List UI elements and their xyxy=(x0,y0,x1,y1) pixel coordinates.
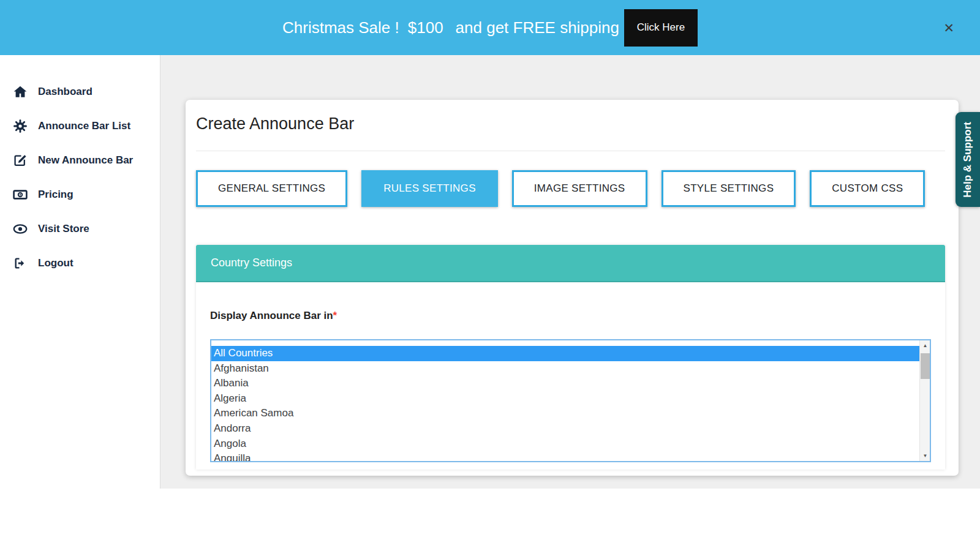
promo-text-2: and get FREE shipping xyxy=(456,18,619,37)
tab-style-settings[interactable]: STYLE SETTINGS xyxy=(662,170,796,207)
home-icon xyxy=(12,84,28,99)
listbox-option[interactable]: Angola xyxy=(211,437,919,452)
scrollbar-up-icon[interactable]: ▲ xyxy=(920,340,930,351)
sidebar-item-label: Visit Store xyxy=(38,223,89,235)
sidebar-item-pricing[interactable]: Pricing xyxy=(0,178,160,212)
tab-general-settings[interactable]: GENERAL SETTINGS xyxy=(196,170,347,207)
tab-custom-css[interactable]: CUSTOM CSS xyxy=(810,170,925,207)
field-label-text: Display Announce Bar in xyxy=(210,310,333,321)
listbox-option[interactable]: Afghanistan xyxy=(211,361,919,377)
edit-icon xyxy=(12,153,28,168)
promo-amount: $100 xyxy=(408,18,443,37)
country-settings-panel: Country Settings Display Announce Bar in… xyxy=(196,245,945,470)
sidebar-item-visit-store[interactable]: Visit Store xyxy=(0,212,160,246)
listbox-option[interactable]: American Samoa xyxy=(211,406,919,421)
country-settings-header: Country Settings xyxy=(196,245,945,282)
create-announce-bar-card: Create Announce Bar GENERAL SETTINGS RUL… xyxy=(186,100,959,476)
help-and-support-label: Help & Support xyxy=(962,122,974,198)
sidebar-item-label: Logout xyxy=(38,257,74,269)
sidebar-item-label: Announce Bar List xyxy=(38,120,130,132)
scrollbar-thumb[interactable] xyxy=(921,353,930,379)
page-title: Create Announce Bar xyxy=(196,114,945,133)
sidebar: Dashboard Announce Bar List xyxy=(0,55,160,489)
sidebar-item-announce-bar-list[interactable]: Announce Bar List xyxy=(0,109,160,143)
promo-text-1: Christmas Sale ! xyxy=(282,18,399,37)
listbox-scrollbar[interactable]: ▲ ▼ xyxy=(919,340,930,461)
click-here-button[interactable]: Click Here xyxy=(624,9,698,47)
tab-image-settings[interactable]: IMAGE SETTINGS xyxy=(512,170,647,207)
sidebar-item-label: New Announce Bar xyxy=(38,154,133,167)
tab-rules-settings[interactable]: RULES SETTINGS xyxy=(361,170,498,207)
sidebar-item-dashboard[interactable]: Dashboard xyxy=(0,75,160,109)
listbox-option[interactable]: Albania xyxy=(211,376,919,391)
sidebar-item-label: Pricing xyxy=(38,189,74,201)
title-divider xyxy=(196,151,945,151)
sidebar-item-logout[interactable]: Logout xyxy=(0,246,160,280)
required-asterisk: * xyxy=(333,310,337,321)
settings-tabs: GENERAL SETTINGS RULES SETTINGS IMAGE SE… xyxy=(196,170,945,207)
scrollbar-down-icon[interactable]: ▼ xyxy=(920,451,930,461)
country-multiselect-listbox[interactable]: All Countries Afghanistan Albania Algeri… xyxy=(210,339,931,462)
banner-close-icon[interactable]: ✕ xyxy=(943,21,954,34)
listbox-option[interactable]: Algeria xyxy=(211,391,919,407)
sidebar-item-new-announce-bar[interactable]: New Announce Bar xyxy=(0,143,160,178)
promo-message: Christmas Sale ! $100 and get FREE shipp… xyxy=(282,18,624,37)
help-and-support-tab[interactable]: Help & Support xyxy=(956,112,980,207)
gear-icon xyxy=(12,119,28,133)
promo-banner: Christmas Sale ! $100 and get FREE shipp… xyxy=(0,0,980,55)
money-bill-icon xyxy=(12,187,28,202)
sidebar-item-label: Dashboard xyxy=(38,86,92,98)
listbox-option[interactable]: Anguilla xyxy=(211,451,919,462)
listbox-option-selected[interactable]: All Countries xyxy=(211,346,919,361)
display-announce-bar-in-label: Display Announce Bar in* xyxy=(210,310,945,322)
logout-icon xyxy=(12,256,28,271)
listbox-option[interactable]: Andorra xyxy=(211,421,919,437)
eye-icon xyxy=(12,222,28,236)
